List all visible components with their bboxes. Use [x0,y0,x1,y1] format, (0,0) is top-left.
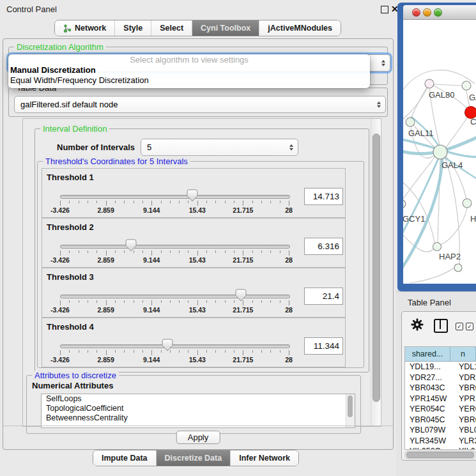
column-layout-icon[interactable] [434,319,448,333]
algorithm-dropdown: Select algorithm to view settings Manual… [8,54,370,88]
threshold-value-field[interactable]: 14.713 [304,188,343,205]
network-canvas[interactable]: GAL80GACGAL11GAL4GCY1HAHAP2 [403,20,476,284]
float-window-icon[interactable] [381,6,388,13]
attribute-item-topologicalcoefficient[interactable]: TopologicalCoefficient [42,404,355,413]
table-row[interactable]: YBR043CYBR0 [405,383,476,394]
table-row[interactable]: YDL19...YDL1 [405,362,476,372]
table-cell: YBR043C [405,383,454,394]
table-header-row: shared...n [405,347,476,362]
algorithm-option-manual-discretization[interactable]: Manual Discretization [8,65,370,75]
settings-scrollbar[interactable] [371,119,381,426]
threshold-slider-track[interactable] [60,245,290,249]
table-cell: YIL0 [454,446,476,450]
combo-arrows-icon [289,144,293,151]
table-row[interactable]: YBR045CYBR0 [405,415,476,426]
zoom-traffic-light-icon[interactable] [434,8,442,17]
table-panel-box: ✓ ✓ shared...nYDL19...YDL1YDR27...YDR2YB… [401,311,476,461]
table-cell: YDR2 [454,372,476,383]
column-header-2[interactable]: n [450,347,476,361]
table-data-group: Table Data galFiltered.sif default node [8,88,388,117]
threshold-slider-track[interactable] [60,344,290,348]
table-row[interactable]: YBL079WYBL0 [405,425,476,436]
slider-tick-labels: -3.4262.8599.14415.4321.71528 [60,356,289,364]
tick-label: 28 [285,206,293,214]
tick-label: 15.43 [189,356,206,364]
slider-tick-labels: -3.4262.8599.14415.4321.71528 [60,256,289,265]
gear-icon[interactable] [411,318,424,331]
table-row[interactable]: YER054CYER0 [405,404,476,415]
tick-label: 9.144 [143,356,160,364]
network-window-titlebar[interactable] [403,5,476,20]
num-intervals-value: 5 [147,142,151,152]
network-graph: GAL80GACGAL11GAL4GCY1HAHAP2 [403,20,476,284]
table-row[interactable]: YPR145WYPR1 [405,394,476,404]
attribute-item-betweennesscentrality[interactable]: BetweennessCentrality [42,413,355,423]
tab-style[interactable]: Style [115,20,151,36]
slider-thumb[interactable] [187,189,198,202]
table-row[interactable]: YIL052CYIL0 [405,446,476,450]
tab-jactivemnodules[interactable]: jActiveMNodules [259,20,341,36]
network-node[interactable] [433,145,447,159]
slider-ticks [60,201,289,206]
tick-label: 15.43 [189,206,206,214]
cyni-mode-tabbar: Impute DataDiscretize DataInfer Network [93,450,299,466]
num-intervals-label: Number of Intervals [57,142,135,152]
network-node[interactable] [403,200,406,208]
slider-tick-labels: -3.4262.8599.14415.4321.71528 [60,306,289,314]
close-traffic-light-icon[interactable] [412,8,420,17]
tab-network[interactable]: Network [55,20,115,36]
tab-impute-data[interactable]: Impute Data [93,450,157,466]
network-node[interactable] [433,243,441,251]
tab-discretize-data[interactable]: Discretize Data [157,450,231,466]
threshold-value-field[interactable]: 21.4 [304,288,343,305]
network-node[interactable] [463,199,472,208]
table-cell: YBR0 [454,415,476,426]
list-scrollbar[interactable] [346,394,355,427]
threshold-slider-track[interactable] [60,195,290,199]
threshold-label: Threshold 3 [47,272,94,282]
threshold-panel: Threshold 2-3.4262.8599.14415.4321.71528… [42,218,346,268]
table-row[interactable]: YLR345WYLR3 [405,436,476,447]
table-horizontal-scrollbar[interactable] [404,450,476,459]
slider-ticks [60,250,289,256]
combo-arrows-icon [381,59,385,66]
tick-label: 21.715 [233,256,253,264]
tab-select[interactable]: Select [151,20,192,36]
network-node[interactable] [425,79,434,88]
threshold-value-field[interactable]: 11.344 [304,337,343,355]
attribute-item-selfloops[interactable]: SelfLoops [42,394,355,404]
table-data-select[interactable]: galFiltered.sif default node [14,96,386,113]
threshold-slider-track[interactable] [60,295,290,298]
tab-infer-network[interactable]: Infer Network [231,450,298,466]
network-node[interactable] [462,81,471,90]
column-header-1[interactable]: shared... [405,347,450,361]
num-intervals-select[interactable]: 5 [141,139,298,156]
slider-thumb[interactable] [235,289,247,302]
algorithm-option-equal-width-frequency-discretization[interactable]: Equal Width/Frequency Discretization [8,75,370,86]
minimize-traffic-light-icon[interactable] [423,8,431,17]
tab-cyni-toolbox[interactable]: Cyni Toolbox [192,20,259,36]
node-label: HAP2 [439,252,461,261]
slider-thumb-icon [187,189,198,202]
tab-label: Infer Network [239,454,290,463]
tab-label: Network [75,24,106,33]
slider-thumb[interactable] [162,339,173,351]
network-icon [63,24,72,33]
threshold-value-field[interactable]: 6.316 [304,238,343,255]
checkbox-icon[interactable]: ✓ [466,323,473,330]
apply-button[interactable]: Apply [176,431,220,444]
tick-label: 2.859 [97,356,114,364]
slider-thumb[interactable] [125,239,137,252]
table-cell: YBL0 [454,425,476,436]
network-node[interactable] [406,118,415,127]
slider-thumb-icon [235,289,247,302]
numerical-attributes-list[interactable]: SelfLoopsTopologicalCoefficientBetweenne… [41,394,355,428]
checkbox-icon[interactable]: ✓ [456,323,463,330]
table-panel-title: Table Panel [408,298,451,307]
apply-bar: Apply [3,426,393,449]
table-row[interactable]: YDR27...YDR2 [405,372,476,383]
tick-label: 21.715 [233,356,253,364]
tick-label: 15.43 [189,306,206,314]
network-edge [441,208,467,245]
network-node[interactable] [454,264,462,272]
